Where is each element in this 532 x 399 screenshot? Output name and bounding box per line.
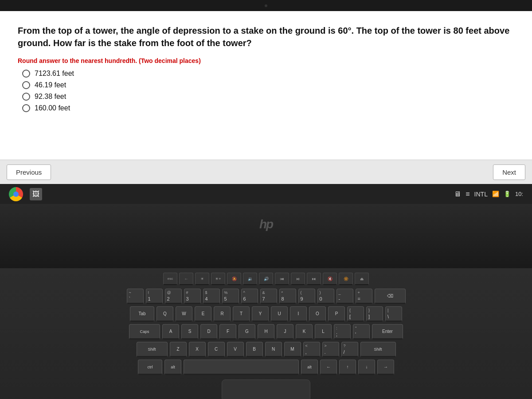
- key-1[interactable]: !1: [146, 289, 163, 304]
- key-h[interactable]: H: [258, 324, 274, 340]
- key-equals[interactable]: +=: [356, 289, 372, 304]
- next-button[interactable]: Next: [493, 164, 525, 180]
- battery-icon: 🔋: [504, 191, 511, 197]
- key-space[interactable]: [184, 360, 299, 375]
- bottom-row: ctrl alt alt ← ↑ ↓ →: [138, 360, 394, 375]
- key-8[interactable]: *8: [279, 289, 296, 304]
- key-tilde[interactable]: ~`: [127, 289, 144, 304]
- radio-c[interactable]: [22, 93, 30, 101]
- option-a[interactable]: 7123.61 feet: [22, 70, 514, 78]
- key-arrow-down[interactable]: ↓: [358, 360, 375, 375]
- key-minus[interactable]: _-: [336, 289, 353, 304]
- nav-bar: Previous Next: [0, 160, 532, 184]
- key-tab[interactable]: Tab: [130, 306, 154, 322]
- key-p[interactable]: P: [328, 306, 345, 322]
- key-7[interactable]: &7: [260, 289, 277, 304]
- radio-a[interactable]: [22, 70, 30, 78]
- key-esc[interactable]: esc: [163, 273, 177, 285]
- radio-b[interactable]: [22, 81, 30, 89]
- key-capslock[interactable]: Caps: [129, 324, 160, 340]
- key-3[interactable]: #3: [184, 289, 201, 304]
- key-f11[interactable]: 🔆: [339, 273, 353, 285]
- key-period[interactable]: >.: [322, 342, 339, 357]
- key-backspace[interactable]: ⌫: [375, 289, 406, 304]
- key-bracket-close[interactable]: }]: [366, 306, 383, 322]
- key-alt-right[interactable]: alt: [301, 360, 318, 375]
- key-f1[interactable]: ←: [179, 273, 193, 285]
- key-f8[interactable]: ⏯: [291, 273, 305, 285]
- laptop-base: hp esc ← ☀ ☀+ 🔕 🔉 🔊 ⏮ ⏯ ⏭ 🔇 🔆 ⏏ ~` !1: [0, 204, 532, 399]
- key-x[interactable]: X: [189, 342, 206, 357]
- key-0[interactable]: )0: [317, 289, 334, 304]
- app-icon[interactable]: 🖼: [30, 188, 42, 200]
- key-a[interactable]: A: [162, 324, 179, 340]
- key-quote[interactable]: "': [353, 324, 370, 340]
- key-arrow-right[interactable]: →: [377, 360, 394, 375]
- key-f6[interactable]: 🔊: [259, 273, 273, 285]
- key-2[interactable]: @2: [165, 289, 182, 304]
- key-alt[interactable]: alt: [164, 360, 181, 375]
- key-bracket-open[interactable]: {[: [347, 306, 364, 322]
- key-j[interactable]: J: [277, 324, 293, 340]
- key-k[interactable]: K: [296, 324, 313, 340]
- key-f9[interactable]: ⏭: [307, 273, 321, 285]
- key-f10[interactable]: 🔇: [323, 273, 337, 285]
- key-backslash[interactable]: |\: [385, 306, 402, 322]
- key-4[interactable]: $4: [203, 289, 220, 304]
- key-comma[interactable]: <,: [303, 342, 320, 357]
- key-g[interactable]: G: [239, 324, 255, 340]
- key-f3[interactable]: ☀+: [211, 273, 225, 285]
- key-o[interactable]: O: [309, 306, 326, 322]
- zxcv-row: Shift Z X C V B N M <, >. ?/ Shift: [137, 342, 396, 357]
- radio-d[interactable]: [22, 104, 30, 112]
- instruction-text: Round answer to the nearest hundredth. (…: [18, 57, 514, 64]
- taskbar: 🖼 🖥 ≡ INTL 📶 🔋 10:: [0, 184, 532, 204]
- option-b-label: 46.19 feet: [35, 81, 66, 89]
- key-s[interactable]: S: [181, 324, 198, 340]
- key-z[interactable]: Z: [170, 342, 187, 357]
- screen: From the top of a tower, the angle of de…: [0, 11, 532, 184]
- key-f7[interactable]: ⏮: [275, 273, 289, 285]
- previous-button[interactable]: Previous: [7, 164, 51, 180]
- key-m[interactable]: M: [284, 342, 301, 357]
- key-arrow-left[interactable]: ←: [320, 360, 337, 375]
- key-shift-right[interactable]: Shift: [360, 342, 396, 357]
- key-t[interactable]: T: [233, 306, 250, 322]
- touchpad[interactable]: [222, 379, 310, 399]
- key-e[interactable]: E: [195, 306, 211, 322]
- key-5[interactable]: %5: [222, 289, 239, 304]
- key-shift-left[interactable]: Shift: [137, 342, 168, 357]
- screen-icon: 🖥: [454, 190, 461, 198]
- key-b[interactable]: B: [246, 342, 263, 357]
- key-semicolon[interactable]: :;: [334, 324, 351, 340]
- option-b[interactable]: 46.19 feet: [22, 81, 514, 89]
- menu-icon: ≡: [466, 190, 469, 198]
- key-f4[interactable]: 🔕: [227, 273, 241, 285]
- key-y[interactable]: Y: [252, 306, 269, 322]
- key-i[interactable]: I: [290, 306, 307, 322]
- key-6[interactable]: ^6: [241, 289, 258, 304]
- chrome-icon[interactable]: [9, 187, 23, 201]
- key-ctrl[interactable]: ctrl: [138, 360, 162, 375]
- key-9[interactable]: (9: [298, 289, 315, 304]
- key-f12[interactable]: ⏏: [355, 273, 369, 285]
- camera: [265, 4, 267, 7]
- option-d[interactable]: 160.00 feet: [22, 104, 514, 112]
- wifi-icon: 📶: [492, 191, 499, 197]
- key-u[interactable]: U: [271, 306, 288, 322]
- option-c[interactable]: 92.38 feet: [22, 93, 514, 101]
- key-l[interactable]: L: [315, 324, 332, 340]
- key-f5[interactable]: 🔉: [243, 273, 257, 285]
- key-f[interactable]: F: [219, 324, 236, 340]
- key-v[interactable]: V: [227, 342, 244, 357]
- key-enter[interactable]: Enter: [372, 324, 403, 340]
- key-d[interactable]: D: [200, 324, 217, 340]
- key-c[interactable]: C: [208, 342, 225, 357]
- key-r[interactable]: R: [214, 306, 231, 322]
- key-w[interactable]: W: [176, 306, 192, 322]
- key-slash[interactable]: ?/: [341, 342, 358, 357]
- key-q[interactable]: Q: [156, 306, 173, 322]
- key-n[interactable]: N: [265, 342, 282, 357]
- key-f2[interactable]: ☀: [195, 273, 209, 285]
- key-arrow-up[interactable]: ↑: [339, 360, 356, 375]
